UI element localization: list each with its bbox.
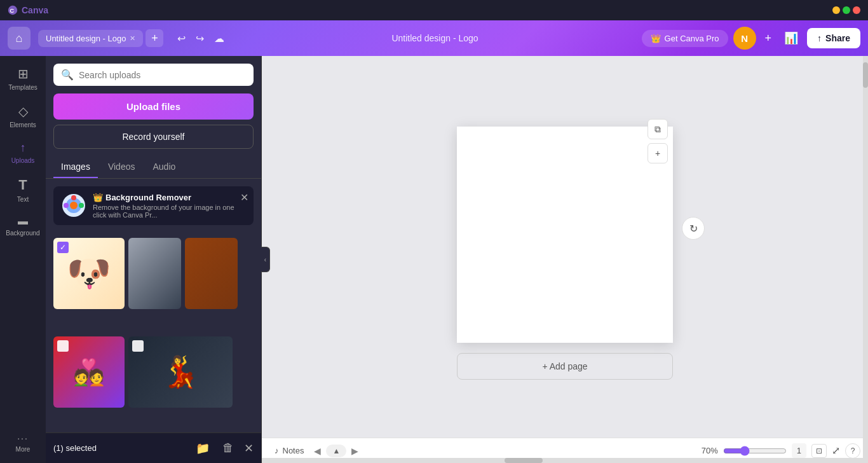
list-item[interactable]: 🐶	[53, 238, 125, 309]
collapse-panel-button[interactable]: ‹	[261, 247, 270, 272]
image-checkbox-2[interactable]	[57, 340, 69, 352]
scroll-thumb[interactable]	[863, 62, 868, 88]
sidebar-item-uploads[interactable]: ↑ Uploads	[4, 136, 42, 169]
crown-icon: 👑	[651, 34, 661, 43]
top-nav: ⌂ Untitled design - Logo ✕ + ↩ ↪ ☁ Untit…	[0, 20, 868, 56]
get-pro-label: Get Canva Pro	[665, 34, 719, 43]
fit-page-button[interactable]: ⊡	[811, 444, 827, 458]
vertical-scrollbar[interactable]	[863, 56, 868, 463]
maximize-button[interactable]	[843, 6, 850, 14]
title-bar: C Canva	[0, 0, 868, 20]
sidebar: ⊞ Templates ◇ Elements ↑ Uploads T Text …	[0, 56, 46, 463]
get-pro-button[interactable]: 👑 Get Canva Pro	[642, 30, 728, 47]
sidebar-label-background: Background	[6, 230, 39, 237]
sidebar-item-templates[interactable]: ⊞ Templates	[4, 61, 42, 96]
list-item[interactable]	[185, 238, 238, 309]
list-item[interactable]: 💑	[53, 336, 125, 408]
sidebar-item-elements[interactable]: ◇ Elements	[4, 99, 42, 134]
horizontal-scrollbar[interactable]	[262, 458, 868, 463]
h-scroll-thumb[interactable]	[505, 458, 543, 463]
scroll-right-button[interactable]: ▶	[351, 446, 358, 456]
design-tab[interactable]: Untitled design - Logo ✕	[38, 30, 143, 47]
user-avatar[interactable]: N	[733, 27, 756, 50]
search-input[interactable]	[79, 70, 246, 80]
zoom-controls: 70%	[702, 446, 787, 456]
rotate-button[interactable]: ↻	[682, 217, 705, 240]
image-checkbox-3[interactable]	[132, 340, 144, 352]
minimize-button[interactable]	[832, 6, 840, 14]
elements-icon: ◇	[18, 104, 28, 119]
window-controls	[832, 6, 860, 14]
search-area: 🔍	[46, 56, 261, 93]
tab-area: Untitled design - Logo ✕ +	[38, 29, 163, 47]
page-indicator: 1	[792, 443, 806, 458]
sidebar-label-elements: Elements	[10, 121, 36, 128]
save-cloud-button[interactable]: ☁	[210, 30, 228, 47]
duplicate-icon: ⧉	[654, 124, 661, 135]
sidebar-label-uploads: Uploads	[11, 157, 35, 164]
notes-button[interactable]: ♪ Notes	[269, 443, 309, 458]
promo-close-button[interactable]: ✕	[240, 191, 248, 204]
page-num: 1	[797, 446, 801, 455]
svg-point-6	[79, 203, 84, 208]
upload-files-button[interactable]: Upload files	[53, 93, 254, 120]
zoom-slider[interactable]	[723, 446, 787, 456]
canvas-page[interactable]	[457, 127, 673, 343]
help-button[interactable]: ?	[845, 443, 860, 459]
selection-close-button[interactable]: ✕	[244, 441, 254, 455]
delete-button[interactable]: 🗑	[220, 439, 236, 457]
sidebar-item-more[interactable]: ··· More	[4, 428, 42, 458]
fullscreen-button[interactable]: ⤢	[832, 445, 840, 457]
sidebar-item-background[interactable]: ▬ Background	[4, 211, 42, 242]
svg-point-4	[70, 202, 78, 209]
image-row-1: 🐶	[53, 238, 254, 329]
tab-images[interactable]: Images	[53, 156, 98, 178]
list-item[interactable]: 💃	[128, 336, 233, 408]
share-label: Share	[825, 33, 850, 43]
promo-title: 👑 Background Remover	[93, 193, 246, 202]
search-box: 🔍	[53, 64, 254, 86]
sidebar-item-text[interactable]: T Text	[4, 172, 42, 208]
stats-icon: 📊	[784, 32, 798, 45]
promo-desc: Remove the background of your image in o…	[93, 204, 246, 219]
selection-bar: (1) selected 📁 🗑 ✕	[46, 432, 261, 463]
image-row-2: 💑 💃	[53, 336, 254, 427]
add-page-button[interactable]: + Add page	[457, 353, 673, 380]
background-icon: ▬	[18, 216, 28, 227]
close-button[interactable]	[853, 6, 860, 14]
undo-button[interactable]: ↩	[173, 30, 189, 47]
close-icon: ✕	[244, 442, 254, 455]
add-tab-button[interactable]: +	[146, 29, 163, 47]
notes-icon: ♪	[275, 446, 279, 455]
upload-panel: 🔍 Upload files Record yourself Images Vi…	[46, 56, 262, 463]
sidebar-label-text: Text	[17, 196, 29, 203]
rotate-icon: ↻	[689, 223, 698, 235]
tab-videos[interactable]: Videos	[100, 156, 143, 178]
canvas-scroll-area[interactable]: ⧉ + ↻ + Add page	[262, 56, 868, 438]
templates-icon: ⊞	[18, 66, 29, 81]
tab-audio[interactable]: Audio	[145, 156, 183, 178]
share-button[interactable]: ↑ Share	[807, 28, 860, 48]
record-yourself-button[interactable]: Record yourself	[53, 125, 254, 149]
add-collaborator-button[interactable]: +	[761, 28, 776, 49]
add-icon: +	[655, 148, 660, 158]
promo-title-text: Background Remover	[105, 193, 191, 202]
add-element-button[interactable]: +	[648, 143, 668, 163]
main-layout: ⊞ Templates ◇ Elements ↑ Uploads T Text …	[0, 56, 868, 463]
notes-label: Notes	[283, 446, 304, 455]
duplicate-page-button[interactable]: ⧉	[648, 119, 668, 139]
tab-close-icon[interactable]: ✕	[130, 34, 135, 43]
zoom-value: 70%	[702, 446, 718, 455]
redo-button[interactable]: ↪	[192, 30, 208, 47]
list-item[interactable]	[128, 238, 181, 309]
scroll-left-button[interactable]: ◀	[314, 446, 321, 456]
design-title: Untitled design - Logo	[391, 33, 478, 43]
stats-button[interactable]: 📊	[780, 27, 802, 49]
home-button[interactable]: ⌂	[8, 27, 31, 50]
folder-button[interactable]: 📁	[193, 439, 212, 458]
image-checkbox[interactable]	[57, 242, 69, 253]
page-expand[interactable]: ▲	[326, 445, 346, 457]
app-logo: C Canva	[8, 5, 48, 15]
image-grid: 🐶 💑	[46, 233, 261, 432]
promo-icon	[61, 193, 86, 218]
